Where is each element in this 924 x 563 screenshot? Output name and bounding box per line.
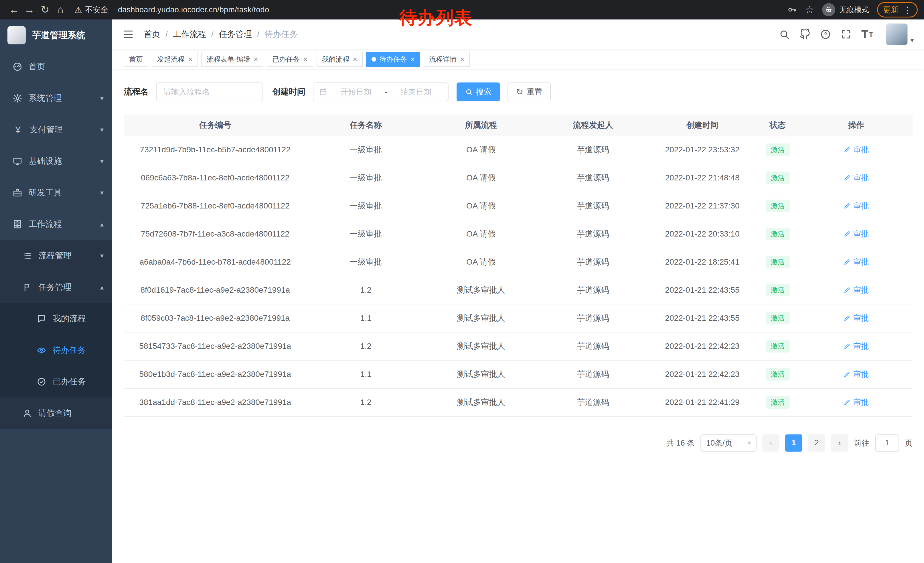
- browser-reload-button[interactable]: ↻: [37, 2, 52, 18]
- user-menu[interactable]: ▾: [886, 24, 914, 45]
- address-bar[interactable]: ⚠ 不安全 dashboard.yudao.iocoder.cn/bpm/tas…: [74, 5, 269, 15]
- reset-button[interactable]: ↻ 重置: [507, 83, 551, 101]
- incognito-icon: [822, 3, 835, 17]
- approve-link[interactable]: 审批: [844, 173, 869, 183]
- next-page-button[interactable]: ›: [831, 434, 848, 452]
- approve-link[interactable]: 审批: [844, 257, 869, 267]
- tab-label: 流程表单-编辑: [207, 55, 250, 64]
- cell-action: 审批: [800, 304, 912, 332]
- avatar[interactable]: [886, 24, 908, 45]
- cell-task-name: 1.1: [307, 304, 425, 332]
- col-action: 操作: [800, 114, 912, 136]
- password-key-icon[interactable]: [787, 5, 797, 15]
- goto-label: 前往: [854, 438, 869, 448]
- sidebar-item-payment[interactable]: ¥ 支付管理 ▾: [0, 114, 112, 146]
- github-icon[interactable]: [800, 24, 810, 45]
- breadcrumb-separator: /: [165, 30, 168, 39]
- cell-initiator: 芋道源码: [537, 220, 649, 248]
- tab-todo-task[interactable]: 待办任务 ×: [366, 52, 420, 67]
- goto-page-input[interactable]: [875, 434, 899, 452]
- prev-page-button[interactable]: ‹: [762, 434, 780, 452]
- table-row: 725a1eb6-7b88-11ec-8ef0-acde48001122 一级审…: [124, 192, 912, 220]
- cell-task-name: 一级审批: [307, 192, 425, 220]
- tab-my-process[interactable]: 我的流程 ×: [316, 52, 363, 67]
- sidebar-item-dev-tools[interactable]: 研发工具 ▾: [0, 177, 112, 209]
- menu-label: 系统管理: [28, 93, 62, 104]
- security-chip[interactable]: ⚠ 不安全: [74, 5, 108, 15]
- search-icon[interactable]: [779, 24, 790, 45]
- cell-action: 审批: [800, 220, 912, 248]
- browser-home-button[interactable]: ⌂: [52, 2, 68, 18]
- close-icon[interactable]: ×: [353, 56, 357, 63]
- approve-link[interactable]: 审批: [844, 145, 869, 155]
- menu-label: 我的流程: [52, 313, 86, 324]
- approve-link-label: 审批: [853, 341, 869, 351]
- cell-task-id: 381aa1dd-7ac8-11ec-a9e2-a2380e71991a: [124, 388, 307, 416]
- table-row: 069c6a63-7b8a-11ec-8ef0-acde48001122 一级审…: [124, 164, 912, 192]
- close-icon[interactable]: ×: [411, 56, 415, 63]
- approve-link[interactable]: 审批: [844, 285, 869, 295]
- sidebar-item-home[interactable]: 首页: [0, 51, 112, 83]
- caret-down-icon: ▾: [910, 37, 914, 45]
- tab-process-form-edit[interactable]: 流程表单-编辑 ×: [201, 52, 263, 67]
- close-icon[interactable]: ×: [188, 56, 192, 63]
- sidebar-item-task-mgmt[interactable]: 任务管理 ▴: [0, 272, 112, 303]
- tab-process-detail[interactable]: 流程详情 ×: [424, 52, 470, 67]
- tab-label: 我的流程: [322, 55, 350, 64]
- browser-forward-button[interactable]: →: [22, 2, 37, 18]
- refresh-icon: ↻: [516, 88, 523, 96]
- approve-link[interactable]: 审批: [844, 201, 869, 211]
- sidebar-item-leave-query[interactable]: 请假查询: [0, 398, 112, 429]
- menu-label: 首页: [28, 61, 45, 72]
- browser-back-button[interactable]: ←: [6, 2, 22, 18]
- sidebar-item-todo-task[interactable]: 待办任务: [0, 335, 112, 366]
- page-button-2[interactable]: 2: [808, 434, 825, 452]
- sidebar-item-workflow[interactable]: 工作流程 ▴: [0, 209, 112, 240]
- page-size-select[interactable]: 10条/页 ▾: [700, 434, 756, 452]
- close-icon[interactable]: ×: [460, 56, 464, 63]
- sidebar-item-done-task[interactable]: 已办任务: [0, 366, 112, 398]
- app-logo[interactable]: 芋道管理系统: [0, 20, 112, 51]
- bookmark-star-icon[interactable]: ☆: [805, 4, 814, 16]
- table-row: 75d72608-7b7f-11ec-a3c8-acde48001122 一级审…: [124, 220, 912, 248]
- cell-task-name: 1.2: [307, 276, 425, 304]
- menu-label: 任务管理: [38, 281, 72, 293]
- approve-link[interactable]: 审批: [844, 313, 869, 323]
- url-text[interactable]: dashboard.yudao.iocoder.cn/bpm/task/todo: [118, 6, 269, 14]
- menu-label: 待办任务: [52, 344, 86, 356]
- font-size-icon[interactable]: [861, 24, 876, 45]
- fullscreen-icon[interactable]: [841, 24, 852, 45]
- cell-created: 2022-01-21 22:43:55: [649, 304, 755, 332]
- tab-done-task[interactable]: 已办任务 ×: [267, 52, 313, 67]
- sidebar-item-infra[interactable]: 基础设施 ▾: [0, 146, 112, 177]
- tab-home[interactable]: 首页: [124, 52, 148, 67]
- status-badge: 激活: [766, 284, 790, 297]
- breadcrumb-home[interactable]: 首页: [144, 29, 160, 40]
- update-label: 更新: [883, 5, 898, 15]
- approve-link[interactable]: 审批: [844, 341, 869, 351]
- cell-action: 审批: [800, 192, 912, 220]
- sidebar-item-process-mgmt[interactable]: 流程管理 ▾: [0, 240, 112, 272]
- tab-start-process[interactable]: 发起流程 ×: [152, 52, 198, 67]
- date-range-picker[interactable]: 开始日期 - 结束日期: [313, 83, 448, 101]
- close-icon[interactable]: ×: [303, 56, 308, 63]
- close-icon[interactable]: ×: [254, 56, 258, 63]
- help-icon[interactable]: [820, 24, 831, 45]
- security-label: 不安全: [85, 5, 108, 15]
- tab-label: 流程详情: [429, 55, 456, 64]
- sidebar-item-system[interactable]: 系统管理 ▾: [0, 83, 112, 114]
- sidebar-item-my-process[interactable]: 我的流程: [0, 303, 112, 335]
- browser-menu-icon[interactable]: ⋮: [903, 5, 912, 15]
- eye-icon: [37, 345, 46, 355]
- browser-update-button[interactable]: 更新 ⋮: [877, 2, 918, 18]
- approve-link[interactable]: 审批: [844, 397, 869, 407]
- breadcrumb-task-mgmt[interactable]: 任务管理: [219, 29, 252, 40]
- search-button[interactable]: 搜索: [456, 83, 500, 101]
- process-name-input[interactable]: [156, 83, 262, 101]
- page-button-1[interactable]: 1: [785, 434, 802, 452]
- sidebar-collapse-icon[interactable]: [123, 29, 134, 40]
- breadcrumb-workflow[interactable]: 工作流程: [173, 29, 206, 40]
- approve-link[interactable]: 审批: [844, 369, 869, 380]
- status-badge: 激活: [766, 200, 790, 213]
- approve-link[interactable]: 审批: [844, 229, 869, 239]
